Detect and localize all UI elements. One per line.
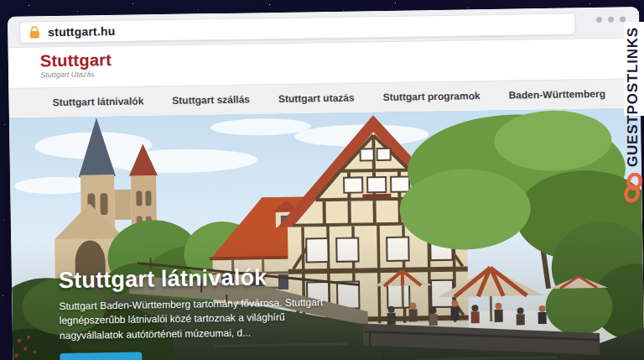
nav-item-baden-wurttemberg[interactable]: Baden-Württemberg	[509, 88, 606, 102]
hero-section: Stuttgart látnivalók Stuttgart Baden-Wür…	[9, 107, 644, 360]
hero-heading: Stuttgart látnivalók	[59, 263, 348, 294]
starfield-background	[0, 0, 1, 1]
url-text: stuttgart.hu	[48, 24, 115, 39]
nav-item-latnivalok[interactable]: Stuttgart látnivalók	[53, 95, 144, 108]
nav-item-utazas[interactable]: Stuttgart utazás	[278, 92, 355, 105]
tovabb-button[interactable]: TOVÁBB	[60, 352, 143, 360]
window-dot	[596, 17, 602, 23]
window-dot	[608, 17, 614, 23]
lock-icon	[29, 25, 40, 39]
browser-window: stuttgart.hu Stuttgart Stuttgart Utazás …	[8, 7, 644, 360]
chain-link-icon	[623, 173, 643, 203]
nav-item-szallas[interactable]: Stuttgart szállás	[172, 93, 250, 106]
nav-item-programok[interactable]: Stuttgart programok	[383, 90, 480, 103]
hero-overlay: Stuttgart látnivalók Stuttgart Baden-Wür…	[59, 263, 350, 360]
window-control-dots[interactable]	[596, 16, 626, 23]
watermark-branding: GUESTPOSTLINKS	[623, 27, 643, 203]
address-bar[interactable]: stuttgart.hu	[19, 13, 575, 43]
watermark-brand-text: GUESTPOSTLINKS	[625, 27, 641, 167]
hero-description: Stuttgart Baden-Württemberg tartomány fő…	[59, 295, 349, 344]
